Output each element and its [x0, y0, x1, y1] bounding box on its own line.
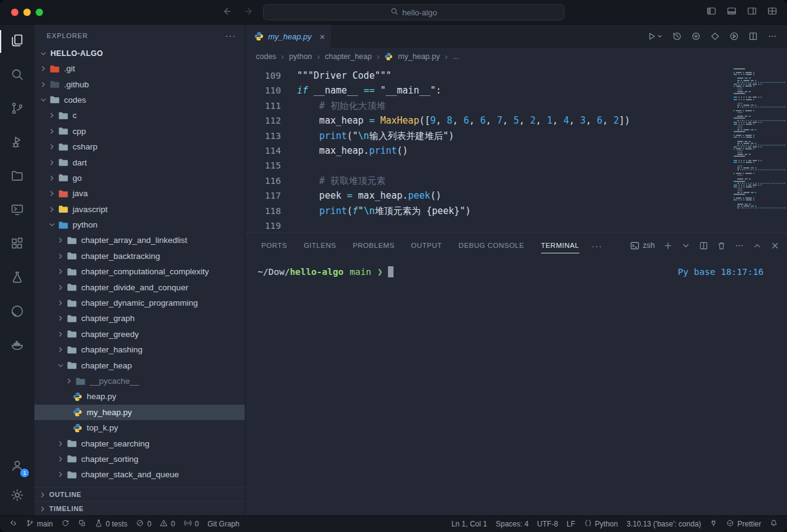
- statusbar-python[interactable]: Python: [580, 516, 622, 532]
- activity-item-search[interactable]: [0, 58, 34, 92]
- toggle-panel-icon[interactable]: [727, 6, 737, 18]
- kill-terminal-icon[interactable]: [717, 241, 726, 250]
- activity-item-run-and-debug[interactable]: [0, 126, 34, 160]
- tree-item-__pycache__[interactable]: __pycache__: [34, 373, 245, 389]
- zoom-window-button[interactable]: [36, 9, 43, 16]
- activity-item-explorer[interactable]: [0, 25, 34, 58]
- statusbar-prettier[interactable]: Prettier: [722, 516, 765, 532]
- explorer-more-actions-icon[interactable]: ···: [225, 30, 236, 41]
- run-cell-icon[interactable]: [729, 31, 739, 41]
- terminal-dropdown-icon[interactable]: [681, 241, 690, 250]
- statusbar-0-tests[interactable]: 0 tests: [90, 516, 132, 532]
- statusbar-spaces-4[interactable]: Spaces: 4: [491, 516, 532, 532]
- tree-item-python[interactable]: python: [34, 217, 245, 232]
- run-python-file-button[interactable]: [646, 31, 663, 41]
- new-terminal-icon[interactable]: [663, 241, 673, 250]
- view-history-icon[interactable]: [672, 31, 682, 41]
- terminal[interactable]: ~/Dow/hello-algo main ❯ Py base 18:17:16: [245, 258, 787, 515]
- compare-icon[interactable]: [710, 31, 720, 41]
- statusbar-ln-1-col-1[interactable]: Ln 1, Col 1: [447, 516, 491, 532]
- tree-item-.github[interactable]: .github: [34, 76, 245, 92]
- activity-item-testing[interactable]: [0, 261, 34, 295]
- activity-item-extensions[interactable]: [0, 228, 34, 261]
- tree-item-chapter_sorting[interactable]: chapter_sorting: [34, 451, 245, 467]
- close-tab-icon[interactable]: ×: [320, 31, 325, 42]
- statusbar-0[interactable]: 0: [156, 516, 180, 532]
- project-root-row[interactable]: HELLO-ALGO: [34, 46, 245, 61]
- outline-section[interactable]: OUTLINE: [34, 487, 245, 501]
- breadcrumb-item[interactable]: codes: [256, 52, 276, 61]
- code-line[interactable]: 111 # 初始化大顶堆: [245, 98, 787, 113]
- breadcrumb-item[interactable]: my_heap.py: [398, 52, 440, 61]
- toggle-primary-sidebar-icon[interactable]: [706, 6, 716, 18]
- activity-item-source-control[interactable]: [0, 92, 34, 126]
- code-line[interactable]: 119: [245, 218, 787, 233]
- tree-item-chapter_dynamic_programming[interactable]: chapter_dynamic_programming: [34, 295, 245, 311]
- statusbar-git-graph[interactable]: Git Graph: [203, 516, 243, 532]
- statusbar-0[interactable]: 0: [180, 516, 204, 532]
- code-line[interactable]: 113 print("\n输入列表并建堆后"): [245, 129, 787, 143]
- statusbar-3-10-13-base-conda[interactable]: 3.10.13 ('base': conda): [622, 516, 705, 532]
- back-arrow-icon[interactable]: [221, 6, 232, 18]
- tree-item-chapter_divide_and_conquer[interactable]: chapter_divide_and_conquer: [34, 279, 245, 295]
- close-panel-icon[interactable]: [770, 241, 780, 250]
- statusbar-0[interactable]: 0: [132, 516, 156, 532]
- panel-tab-ports[interactable]: PORTS: [261, 238, 287, 253]
- statusbar-plug[interactable]: [705, 516, 722, 532]
- tree-item-top_k.py[interactable]: top_k.py: [34, 420, 245, 435]
- tree-item-chapter_searching[interactable]: chapter_searching: [34, 435, 245, 451]
- tree-item-dart[interactable]: dart: [34, 154, 245, 170]
- statusbar-sync[interactable]: [57, 516, 74, 532]
- command-center-search[interactable]: hello-algo: [263, 4, 564, 20]
- tree-item-java[interactable]: java: [34, 186, 245, 201]
- statusbar-main[interactable]: main: [22, 516, 57, 532]
- tree-item-codes[interactable]: codes: [34, 92, 245, 108]
- tree-item-csharp[interactable]: csharp: [34, 139, 245, 154]
- code-line[interactable]: 109"""Driver Code""": [245, 68, 787, 83]
- panel-tab-terminal[interactable]: TERMINAL: [541, 238, 579, 253]
- statusbar-utf-8[interactable]: UTF-8: [533, 516, 563, 532]
- code-line[interactable]: 116 # 获取堆顶元素: [245, 173, 787, 188]
- split-editor-icon[interactable]: [748, 31, 758, 41]
- activity-item-project-manager[interactable]: [0, 160, 34, 194]
- breadcrumb-item[interactable]: ...: [453, 52, 459, 61]
- panel-tab-problems[interactable]: PROBLEMS: [353, 238, 395, 253]
- activity-item-docker[interactable]: [0, 329, 34, 363]
- open-changes-icon[interactable]: [691, 31, 701, 41]
- panel-tab-gitlens[interactable]: GITLENS: [304, 238, 336, 253]
- settings-button[interactable]: [0, 481, 34, 510]
- panel-overflow-icon[interactable]: ···: [591, 240, 603, 251]
- minimap[interactable]: [734, 68, 785, 209]
- tree-item-.git[interactable]: .git: [34, 61, 245, 76]
- minimize-window-button[interactable]: [23, 9, 31, 16]
- panel-more-actions-icon[interactable]: [735, 241, 744, 250]
- tree-item-chapter_stack_and_queue[interactable]: chapter_stack_and_queue: [34, 467, 245, 482]
- statusbar-bell[interactable]: [765, 516, 782, 532]
- timeline-section[interactable]: TIMELINE: [34, 501, 245, 515]
- code-editor-viewport[interactable]: 109"""Driver Code"""110if __name__ == "_…: [245, 65, 787, 232]
- terminal-shell-selector[interactable]: zsh: [630, 241, 655, 250]
- tree-item-chapter_graph[interactable]: chapter_graph: [34, 311, 245, 326]
- tree-item-heap.py[interactable]: heap.py: [34, 389, 245, 404]
- accounts-button[interactable]: 1: [0, 451, 34, 481]
- tree-item-chapter_greedy[interactable]: chapter_greedy: [34, 327, 245, 342]
- toggle-secondary-sidebar-icon[interactable]: [747, 6, 757, 18]
- tree-item-chapter_backtracking[interactable]: chapter_backtracking: [34, 248, 245, 264]
- tree-item-javascript[interactable]: javascript: [34, 202, 245, 217]
- tree-item-c[interactable]: c: [34, 108, 245, 123]
- activity-item-github[interactable]: [0, 295, 34, 329]
- statusbar-layers[interactable]: [74, 516, 90, 532]
- tree-item-my_heap.py[interactable]: my_heap.py: [34, 405, 245, 420]
- breadcrumb-item[interactable]: chapter_heap: [325, 52, 371, 61]
- split-terminal-icon[interactable]: [699, 241, 708, 250]
- code-line[interactable]: 115: [245, 158, 787, 173]
- tab-my_heap-py[interactable]: my_heap.py ×: [245, 25, 332, 48]
- maximize-panel-icon[interactable]: [753, 241, 762, 250]
- code-line[interactable]: 110if __name__ == "__main__":: [245, 83, 787, 98]
- statusbar-lf[interactable]: LF: [563, 516, 580, 532]
- close-window-button[interactable]: [11, 9, 18, 16]
- statusbar-remote[interactable]: [5, 516, 22, 532]
- tree-item-chapter_hashing[interactable]: chapter_hashing: [34, 342, 245, 357]
- code-line[interactable]: 117 peek = max_heap.peek(): [245, 188, 787, 203]
- forward-arrow-icon[interactable]: [244, 6, 255, 18]
